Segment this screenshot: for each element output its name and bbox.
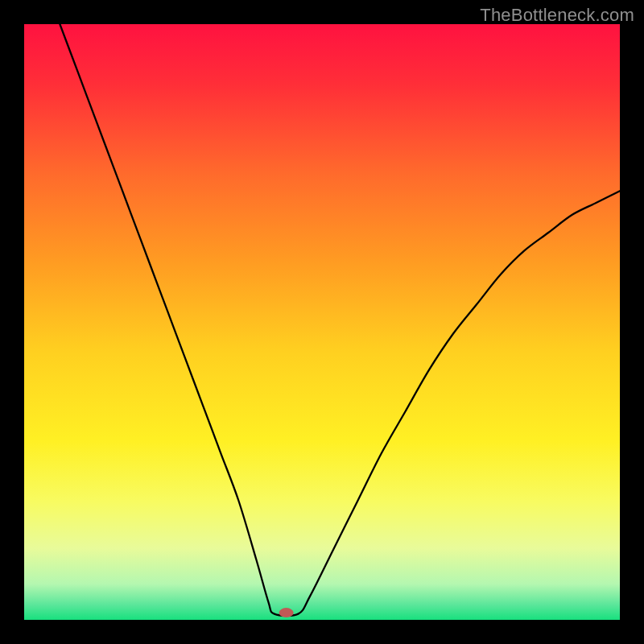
min-point-marker: [279, 608, 294, 617]
chart-canvas: [24, 24, 620, 620]
watermark-text: TheBottleneck.com: [480, 5, 634, 26]
chart-frame: TheBottleneck.com: [0, 0, 644, 644]
gradient-background: [24, 24, 620, 620]
plot-area: [24, 24, 620, 620]
